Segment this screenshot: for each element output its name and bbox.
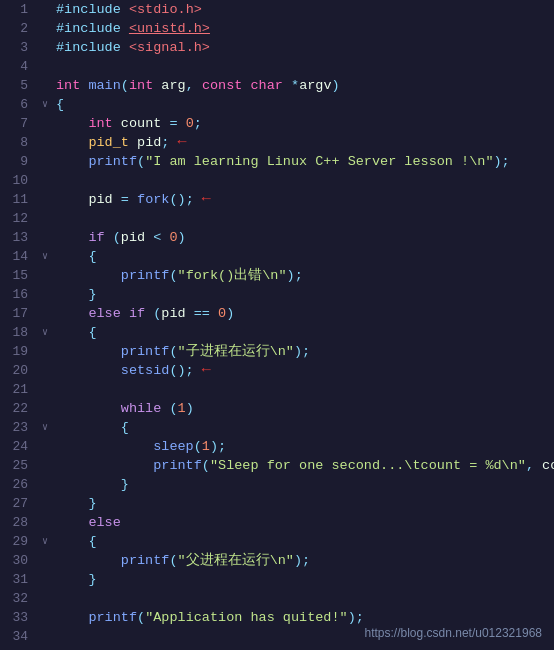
line-number: 5 — [0, 76, 38, 95]
line-number: 35 — [0, 646, 38, 650]
line-number: 32 — [0, 589, 38, 608]
code-line-16: 16 } — [0, 285, 554, 304]
line-number: 21 — [0, 380, 38, 399]
code-line-27: 27 } — [0, 494, 554, 513]
code-line-29: 29 ∨ { — [0, 532, 554, 551]
code-content: { — [52, 532, 554, 551]
line-number: 3 — [0, 38, 38, 57]
line-number: 13 — [0, 228, 38, 247]
code-line-2: 2 #include <unistd.h> — [0, 19, 554, 38]
code-line-9: 9 printf("I am learning Linux C++ Server… — [0, 152, 554, 171]
code-content: printf("子进程在运行\n"); — [52, 342, 554, 361]
fold-gutter: ∨ — [38, 418, 52, 437]
code-line-12: 12 — [0, 209, 554, 228]
code-line-7: 7 int count = 0; — [0, 114, 554, 133]
code-line-32: 32 — [0, 589, 554, 608]
code-content: printf("Application has quited!"); — [52, 608, 554, 627]
code-line-5: 5 int main(int arg, const char *argv) — [0, 76, 554, 95]
code-content: if (pid < 0) — [52, 228, 554, 247]
code-line-33: 33 printf("Application has quited!"); — [0, 608, 554, 627]
line-number: 20 — [0, 361, 38, 380]
line-number: 29 — [0, 532, 38, 551]
code-line-11: 11 pid = fork();← — [0, 190, 554, 209]
line-number: 8 — [0, 133, 38, 152]
code-line-10: 10 — [0, 171, 554, 190]
code-line-21: 21 — [0, 380, 554, 399]
code-line-24: 24 sleep(1); — [0, 437, 554, 456]
line-number: 19 — [0, 342, 38, 361]
code-content: } — [52, 285, 554, 304]
code-line-19: 19 printf("子进程在运行\n"); — [0, 342, 554, 361]
code-line-3: 3 #include <signal.h> — [0, 38, 554, 57]
code-line-14: 14 ∨ { — [0, 247, 554, 266]
fold-gutter: ∨ — [38, 323, 52, 342]
line-number: 9 — [0, 152, 38, 171]
line-number: 10 — [0, 171, 38, 190]
code-line-18: 18 ∨ { — [0, 323, 554, 342]
line-number: 24 — [0, 437, 38, 456]
code-content: printf("Sleep for one second...\tcount =… — [52, 456, 554, 475]
code-content: #include <stdio.h> — [52, 0, 554, 19]
line-number: 4 — [0, 57, 38, 76]
code-line-6: 6 ∨ { — [0, 95, 554, 114]
line-number: 14 — [0, 247, 38, 266]
code-line-22: 22 while (1) — [0, 399, 554, 418]
line-number: 11 — [0, 190, 38, 209]
code-content: } — [52, 570, 554, 589]
line-number: 2 — [0, 19, 38, 38]
code-line-30: 30 printf("父进程在运行\n"); — [0, 551, 554, 570]
code-content: printf("fork()出错\n"); — [52, 266, 554, 285]
code-content: pid_t pid;← — [52, 133, 554, 152]
code-line-8: 8 pid_t pid;← — [0, 133, 554, 152]
code-content: int count = 0; — [52, 114, 554, 133]
line-number: 12 — [0, 209, 38, 228]
code-content: else — [52, 513, 554, 532]
code-content: else if (pid == 0) — [52, 304, 554, 323]
code-line-28: 28 else — [0, 513, 554, 532]
line-number: 16 — [0, 285, 38, 304]
code-editor: 1 #include <stdio.h> 2 #include <unistd.… — [0, 0, 554, 650]
code-content: sleep(1); — [52, 437, 554, 456]
code-content: while (1) — [52, 399, 554, 418]
line-number: 18 — [0, 323, 38, 342]
code-content: #include <unistd.h> — [52, 19, 554, 38]
code-line-35: 35 return 0; — [0, 646, 554, 650]
code-content: { — [52, 323, 554, 342]
line-number: 28 — [0, 513, 38, 532]
code-content: printf("父进程在运行\n"); — [52, 551, 554, 570]
code-line-17: 17 else if (pid == 0) — [0, 304, 554, 323]
code-line-1: 1 #include <stdio.h> — [0, 0, 554, 19]
line-number: 31 — [0, 570, 38, 589]
code-content: setsid();← — [52, 361, 554, 380]
line-number: 17 — [0, 304, 38, 323]
line-number: 6 — [0, 95, 38, 114]
fold-gutter: ∨ — [38, 532, 52, 551]
line-number: 27 — [0, 494, 38, 513]
line-number: 33 — [0, 608, 38, 627]
line-number: 25 — [0, 456, 38, 475]
line-number: 22 — [0, 399, 38, 418]
code-line-13: 13 if (pid < 0) — [0, 228, 554, 247]
code-line-23: 23 ∨ { — [0, 418, 554, 437]
code-content: pid = fork();← — [52, 190, 554, 209]
code-content: printf("I am learning Linux C++ Server l… — [52, 152, 554, 171]
fold-gutter: ∨ — [38, 95, 52, 114]
code-line-4: 4 — [0, 57, 554, 76]
code-content: { — [52, 418, 554, 437]
watermark: https://blog.csdn.net/u012321968 — [365, 626, 542, 640]
line-number: 1 — [0, 0, 38, 19]
code-content: { — [52, 247, 554, 266]
line-number: 23 — [0, 418, 38, 437]
code-line-20: 20 setsid();← — [0, 361, 554, 380]
line-number: 34 — [0, 627, 38, 646]
code-line-15: 15 printf("fork()出错\n"); — [0, 266, 554, 285]
code-line-26: 26 } — [0, 475, 554, 494]
code-content: } — [52, 475, 554, 494]
code-content: return 0; — [52, 646, 554, 650]
code-line-25: 25 printf("Sleep for one second...\tcoun… — [0, 456, 554, 475]
line-number: 26 — [0, 475, 38, 494]
code-content: } — [52, 494, 554, 513]
code-content: #include <signal.h> — [52, 38, 554, 57]
line-number: 7 — [0, 114, 38, 133]
line-number: 30 — [0, 551, 38, 570]
